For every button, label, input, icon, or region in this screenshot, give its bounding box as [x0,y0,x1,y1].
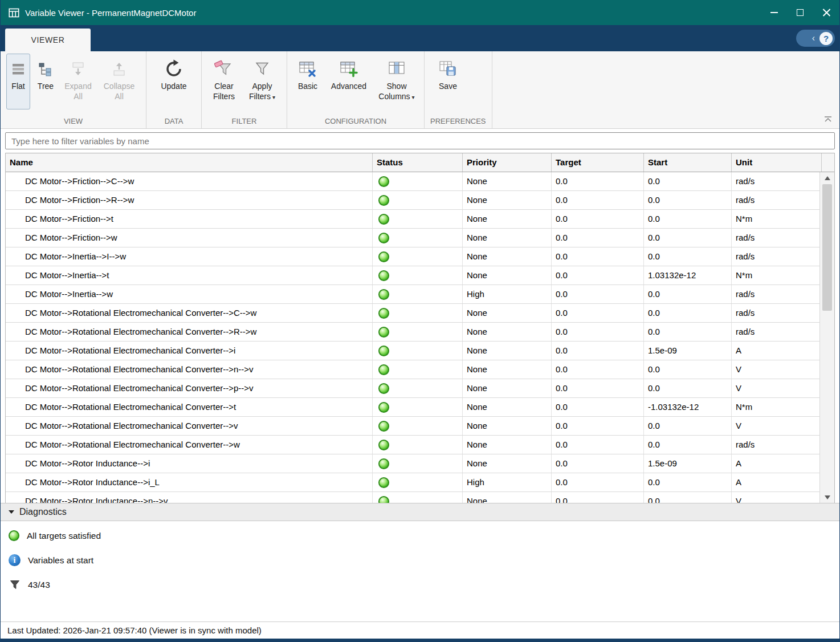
priority-cell: None [463,417,552,435]
tab-viewer[interactable]: VIEWER [5,29,91,51]
save-button[interactable]: Save [430,54,466,109]
status-ok-icon [378,289,389,300]
variable-name-cell: DC Motor-->Rotor Inductance-->i_L [6,473,373,491]
advanced-label: Advanced [331,82,366,91]
table-row[interactable]: DC Motor-->Rotational Electromechanical … [6,436,822,454]
variable-name-cell: DC Motor-->Rotational Electromechanical … [6,436,373,454]
priority-cell: None [463,379,552,397]
show-columns-label: Show Columns [378,82,410,101]
column-header-filler [822,153,834,172]
section-preferences: Save PREFERENCES [425,51,492,128]
close-button[interactable] [813,0,839,25]
column-header-target[interactable]: Target [552,153,644,172]
table-row[interactable]: DC Motor-->Rotational Electromechanical … [6,379,822,398]
tree-icon [38,57,54,81]
priority-cell: None [463,210,552,228]
apply-filters-button[interactable]: Apply Filters▾ [243,54,281,109]
table-row[interactable]: DC Motor-->Rotational Electromechanical … [6,342,822,360]
save-icon [438,57,458,81]
vertical-scrollbar[interactable] [819,172,834,503]
minimize-toolstrip-button[interactable] [822,115,834,124]
target-cell: 0.0 [552,285,644,303]
priority-cell: None [463,454,552,473]
scroll-down-button[interactable] [820,491,834,503]
expand-all-button[interactable]: Expand All [61,54,95,109]
diagnostic-all-targets: All targets satisfied [9,530,839,541]
table-row[interactable]: DC Motor-->Rotational Electromechanical … [6,417,822,436]
priority-cell: None [463,360,552,379]
status-cell [373,454,463,473]
table-row[interactable]: DC Motor-->Rotational Electromechanical … [6,398,822,417]
table-row[interactable]: DC Motor-->Friction-->t None 0.0 0.0 N*m [6,210,822,229]
start-cell: 0.0 [644,417,732,435]
chevron-left-icon: ‹ [812,34,815,43]
start-cell: 0.0 [644,379,732,397]
tree-label: Tree [38,82,54,91]
table-row[interactable]: DC Motor-->Inertia-->w High 0.0 0.0 rad/… [6,285,822,304]
section-label-filter: FILTER [207,116,281,128]
status-ok-icon [378,308,389,319]
update-button[interactable]: Update [152,54,195,109]
tree-button[interactable]: Tree [33,54,58,109]
advanced-button[interactable]: Advanced [325,54,372,109]
flat-label: Flat [11,82,25,91]
column-header-status[interactable]: Status [373,153,463,172]
unit-cell: V [732,379,822,397]
table-row[interactable]: DC Motor-->Rotor Inductance-->i_L High 0… [6,473,822,492]
filter-variables-input[interactable] [5,132,835,149]
status-ok-icon [378,176,389,187]
table-row[interactable]: DC Motor-->Rotational Electromechanical … [6,304,822,323]
table-row[interactable]: DC Motor-->Friction-->R-->w None 0.0 0.0… [6,191,822,210]
target-cell: 0.0 [552,492,644,503]
variable-name-cell: DC Motor-->Friction-->w [6,229,373,247]
show-columns-button[interactable]: Show Columns▾ [375,54,418,109]
status-ok-icon [378,496,389,503]
priority-cell: None [463,323,552,341]
scroll-up-button[interactable] [820,172,834,184]
chevron-up-icon [823,115,833,123]
table-row[interactable]: DC Motor-->Inertia-->t None 0.0 1.03132e… [6,266,822,285]
variable-name-cell: DC Motor-->Rotational Electromechanical … [6,379,373,397]
table-row[interactable]: DC Motor-->Inertia-->I-->w None 0.0 0.0 … [6,247,822,266]
table-row[interactable]: DC Motor-->Rotational Electromechanical … [6,360,822,379]
flat-button[interactable]: Flat [6,54,30,109]
tabstrip: VIEWER ‹ ? [1,25,839,51]
basic-button[interactable]: Basic [293,54,323,109]
target-cell: 0.0 [552,210,644,228]
priority-cell: High [463,473,552,491]
clear-filters-button[interactable]: Clear Filters [207,54,240,109]
table-row[interactable]: DC Motor-->Rotational Electromechanical … [6,323,822,342]
column-header-start[interactable]: Start [644,153,732,172]
table-row[interactable]: DC Motor-->Friction-->C-->w None 0.0 0.0… [6,172,822,191]
variable-name-cell: DC Motor-->Inertia-->t [6,266,373,285]
column-header-unit[interactable]: Unit [732,153,822,172]
status-cell [373,191,463,209]
help-button[interactable]: ‹ ? [796,30,835,47]
status-cell [373,304,463,322]
column-header-name[interactable]: Name [6,153,373,172]
maximize-button[interactable] [787,0,813,25]
column-header-priority[interactable]: Priority [463,153,552,172]
status-ok-icon [378,251,389,262]
priority-cell: None [463,304,552,322]
status-ok-icon [378,233,389,243]
clear-filter-icon [214,57,234,81]
section-label-configuration: CONFIGURATION [293,116,418,128]
status-cell [373,172,463,190]
table-rows: DC Motor-->Friction-->C-->w None 0.0 0.0… [6,172,822,503]
diagnostic-text: Variables at start [28,555,93,566]
table-row[interactable]: DC Motor-->Rotor Inductance-->n-->v None… [6,492,822,503]
unit-cell: V [732,417,822,435]
maximize-icon [797,9,804,16]
expand-all-label: Expand All [64,82,91,101]
target-cell: 0.0 [552,379,644,397]
scrollbar-thumb[interactable] [822,184,832,311]
variable-viewer-window: Variable Viewer - PermanentMagnetDCMotor… [0,0,840,642]
diagnostics-header[interactable]: Diagnostics [1,503,839,521]
status-ok-icon [378,458,389,469]
minimize-button[interactable] [761,0,787,25]
table-row[interactable]: DC Motor-->Rotor Inductance-->i None 0.0… [6,454,822,473]
table-row[interactable]: DC Motor-->Friction-->w None 0.0 0.0 rad… [6,229,822,247]
collapse-all-button[interactable]: Collapse All [98,54,140,109]
status-ok-icon [378,402,389,413]
